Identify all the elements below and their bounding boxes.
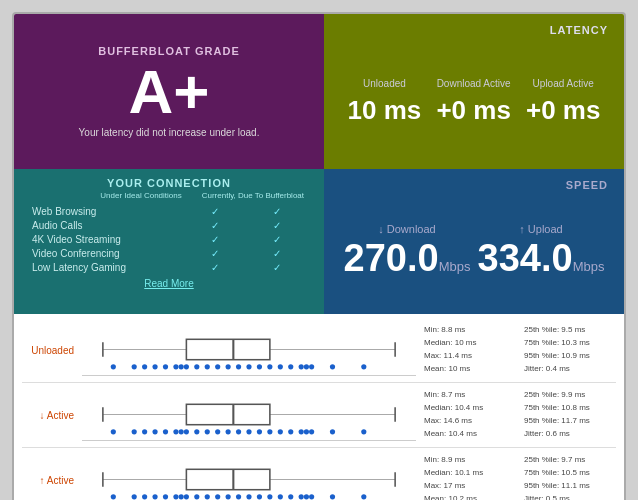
connection-row: Audio Calls ✓ ✓ — [30, 218, 308, 232]
check1: ✓ — [184, 260, 246, 274]
svg-point-21 — [278, 364, 283, 369]
svg-point-15 — [215, 364, 220, 369]
latency-value-0: 10 ms — [348, 95, 422, 126]
upload-label: ↑ Upload — [519, 223, 562, 235]
svg-point-10 — [173, 364, 178, 369]
chart-svg-1 — [82, 389, 416, 440]
svg-point-33 — [111, 429, 116, 434]
svg-point-12 — [184, 364, 189, 369]
svg-point-67 — [179, 494, 184, 499]
svg-point-75 — [257, 494, 262, 499]
svg-point-35 — [142, 429, 147, 434]
svg-point-14 — [205, 364, 210, 369]
latency-columns: Unloaded 10 ms Download Active +0 ms Upl… — [340, 44, 608, 159]
connection-row: 4K Video Streaming ✓ ✓ — [30, 232, 308, 246]
latency-value-1: +0 ms — [436, 95, 510, 126]
svg-point-63 — [142, 494, 147, 499]
feature-name: Video Conferencing — [30, 246, 184, 260]
top-row: BUFFERBLOAT GRADE A+ Your latency did no… — [14, 14, 624, 169]
svg-point-45 — [236, 429, 241, 434]
svg-point-76 — [267, 494, 272, 499]
svg-point-13 — [194, 364, 199, 369]
svg-point-16 — [226, 364, 231, 369]
svg-point-62 — [132, 494, 137, 499]
chart-label-2: ↑ Active — [22, 475, 82, 486]
svg-point-37 — [163, 429, 168, 434]
feature-name: Web Browsing — [30, 204, 184, 218]
svg-point-74 — [246, 494, 251, 499]
check2: ✓ — [246, 246, 308, 260]
svg-point-40 — [184, 429, 189, 434]
feature-name: 4K Video Streaming — [30, 232, 184, 246]
svg-point-54 — [330, 429, 335, 434]
latency-title: LATENCY — [340, 24, 608, 36]
bufferbloat-subtitle: Your latency did not increase under load… — [79, 127, 260, 138]
download-col: ↓ Download 270.0Mbps — [344, 223, 471, 277]
svg-point-11 — [179, 364, 184, 369]
check2: ✓ — [246, 218, 308, 232]
upload-value: 334.0Mbps — [478, 239, 605, 277]
check1: ✓ — [184, 246, 246, 260]
chart-stats-0: Min: 8.8 msMedian: 10 msMax: 11.4 msMean… — [416, 324, 616, 375]
svg-point-38 — [173, 429, 178, 434]
svg-point-72 — [226, 494, 231, 499]
svg-point-36 — [152, 429, 157, 434]
svg-point-73 — [236, 494, 241, 499]
connection-panel: YOUR CONNECTION Under Ideal Conditions C… — [14, 169, 324, 314]
svg-point-41 — [194, 429, 199, 434]
svg-point-43 — [215, 429, 220, 434]
svg-point-66 — [173, 494, 178, 499]
svg-point-70 — [205, 494, 210, 499]
latency-col-2: Upload Active +0 ms — [526, 44, 600, 159]
svg-point-49 — [278, 429, 283, 434]
check1: ✓ — [184, 232, 246, 246]
svg-point-7 — [142, 364, 147, 369]
svg-point-20 — [267, 364, 272, 369]
download-value: 270.0Mbps — [344, 239, 471, 277]
svg-point-25 — [309, 364, 314, 369]
speed-panel: SPEED ↓ Download 270.0Mbps ↑ Upload 334.… — [324, 169, 624, 314]
connection-row: Low Latency Gaming ✓ ✓ — [30, 260, 308, 274]
upload-col: ↑ Upload 334.0Mbps — [478, 223, 605, 277]
latency-label-0: Unloaded — [363, 78, 406, 89]
read-more-link[interactable]: Read More — [30, 278, 308, 289]
feature-name: Audio Calls — [30, 218, 184, 232]
svg-point-27 — [361, 364, 366, 369]
svg-point-24 — [304, 364, 309, 369]
svg-point-53 — [309, 429, 314, 434]
svg-point-26 — [330, 364, 335, 369]
chart-row-2: ↑ ActiveMin: 8.9 msMedian: 10.1 msMax: 1… — [22, 454, 616, 500]
latency-col-1: Download Active +0 ms — [436, 44, 510, 159]
chart-label-0: Unloaded — [22, 345, 82, 356]
svg-point-48 — [267, 429, 272, 434]
chart-stats-2: Min: 8.9 msMedian: 10.1 msMax: 17 msMean… — [416, 454, 616, 500]
svg-point-61 — [111, 494, 116, 499]
svg-point-17 — [236, 364, 241, 369]
check2: ✓ — [246, 204, 308, 218]
svg-point-46 — [246, 429, 251, 434]
connection-subtitle: Under Ideal Conditions Currently, Due To… — [30, 191, 308, 200]
latency-value-2: +0 ms — [526, 95, 600, 126]
svg-point-78 — [288, 494, 293, 499]
svg-point-22 — [288, 364, 293, 369]
chart-stats-1: Min: 8.7 msMedian: 10.4 msMax: 14.6 msMe… — [416, 389, 616, 440]
svg-point-8 — [152, 364, 157, 369]
svg-point-68 — [184, 494, 189, 499]
latency-col-0: Unloaded 10 ms — [348, 44, 422, 159]
svg-rect-29 — [186, 404, 270, 424]
check1: ✓ — [184, 204, 246, 218]
svg-point-42 — [205, 429, 210, 434]
svg-point-81 — [309, 494, 314, 499]
download-unit: Mbps — [439, 259, 471, 274]
bufferbloat-panel: BUFFERBLOAT GRADE A+ Your latency did no… — [14, 14, 324, 169]
connection-row: Web Browsing ✓ ✓ — [30, 204, 308, 218]
col2-header: Currently, Due To Bufferbloat — [202, 191, 304, 200]
svg-point-55 — [361, 429, 366, 434]
speed-columns: ↓ Download 270.0Mbps ↑ Upload 334.0Mbps — [340, 195, 608, 304]
chart-row-1: ↓ ActiveMin: 8.7 msMedian: 10.4 msMax: 1… — [22, 389, 616, 441]
feature-name: Low Latency Gaming — [30, 260, 184, 274]
svg-point-64 — [152, 494, 157, 499]
svg-point-69 — [194, 494, 199, 499]
latency-panel: LATENCY Unloaded 10 ms Download Active +… — [324, 14, 624, 169]
bufferbloat-title: BUFFERBLOAT GRADE — [98, 45, 239, 57]
